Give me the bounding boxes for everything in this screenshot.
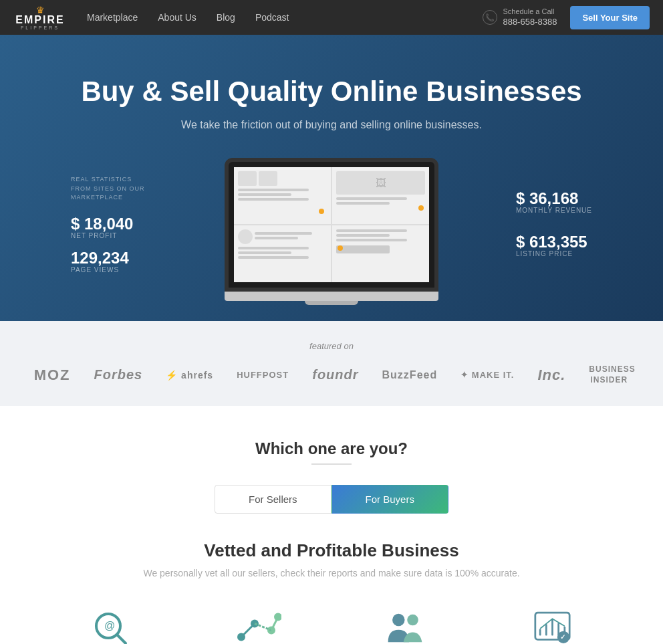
for-sellers-button[interactable]: For Sellers [215, 485, 332, 514]
stats-left: REAL STATISTICSFROM SITES ON OURMARKETPL… [71, 175, 145, 284]
logo-makeit: ✦ MAKE IT. [460, 370, 514, 380]
people-icon [385, 610, 425, 644]
graph-icon [235, 609, 281, 644]
logo-moz: MOZ [34, 366, 71, 384]
feature-real-data: 12 Months of Real Data Pay a 5% fully-re… [198, 605, 318, 644]
feature-communication: Communication We'll walk through the pro… [345, 605, 465, 644]
brand-name: EMPIRE [15, 15, 64, 25]
vetted-profit-icon-wrap: @ [88, 605, 134, 644]
logo-business-insider: BUSINESSINSIDER [589, 364, 629, 385]
stat-monthly-revenue-value: $ 36,168 [516, 191, 592, 207]
featured-label: featured on [13, 341, 650, 351]
stat-listing-price: $ 613,355 LISTING PRICE [516, 234, 592, 257]
screen-cell-4 [332, 225, 429, 282]
stat-monthly-revenue-label: MONTHLY REVENUE [516, 207, 592, 214]
hero-section: Buy & Sell Quality Online Businesses We … [0, 35, 663, 321]
screen-cell-1 [234, 167, 331, 224]
logos-row: MOZ Forbes ⚡ ahrefs HUFFPOST foundr Buzz… [13, 364, 650, 385]
stat-page-views: 129,234 PAGE VIEWS [71, 250, 145, 274]
nav-about-us[interactable]: About Us [158, 12, 196, 23]
logo-forbes: Forbes [94, 367, 143, 383]
which-divider [311, 463, 352, 465]
svg-text:@: @ [104, 620, 115, 631]
stat-net-profit: $ 18,040 NET PROFIT [71, 216, 145, 239]
logo[interactable]: ♛ EMPIRE FLIPPERS [13, 4, 67, 31]
which-title: Which one are you? [13, 439, 650, 458]
navbar: ♛ EMPIRE FLIPPERS Marketplace About Us B… [0, 0, 663, 35]
stat-net-profit-value: $ 18,040 [71, 216, 145, 232]
chart-vetted-icon: ✓ [534, 610, 571, 644]
nav-blog[interactable]: Blog [217, 12, 235, 23]
which-section: Which one are you? For Sellers For Buyer… [0, 406, 663, 644]
logo-huffpost: HUFFPOST [237, 370, 289, 380]
for-buyers-button[interactable]: For Buyers [332, 485, 448, 514]
stats-label: REAL STATISTICSFROM SITES ON OURMARKETPL… [71, 175, 145, 203]
laptop-screen-inner: 🖼 [234, 167, 429, 282]
svg-point-11 [407, 615, 418, 626]
svg-line-2 [117, 635, 126, 643]
buyers-section-title: Vetted and Profitable Business [13, 540, 650, 561]
nav-links: Marketplace About Us Blog Podcast [87, 12, 483, 23]
phone-icon: 📞 [483, 10, 497, 25]
sell-your-site-button[interactable]: Sell Your Site [570, 6, 650, 29]
logo-foundr: foundr [312, 367, 358, 383]
hero-title: Buy & Sell Quality Online Businesses [13, 75, 650, 108]
communication-icon-wrap [382, 605, 428, 644]
stat-listing-price-value: $ 613,355 [516, 234, 592, 250]
schedule-text: Schedule a Call 888-658-8388 [503, 7, 557, 27]
nav-right: 📞 Schedule a Call 888-658-8388 Sell Your… [483, 6, 650, 29]
feature-vetted-data: ✓ 100% Vetted Data Our due diligence tea… [492, 605, 612, 644]
svg-line-7 [241, 623, 255, 637]
stat-page-views-label: PAGE VIEWS [71, 266, 145, 274]
stat-page-views-value: 129,234 [71, 250, 145, 266]
svg-text:✓: ✓ [560, 634, 565, 641]
laptop-mockup: 🖼 [225, 158, 438, 301]
search-at-icon: @ [91, 609, 131, 644]
schedule-number: 888-658-8388 [503, 17, 557, 28]
nav-marketplace[interactable]: Marketplace [87, 12, 138, 23]
real-data-icon-wrap [235, 605, 281, 644]
laptop-screen: 🖼 [225, 158, 438, 292]
screen-cell-2: 🖼 [332, 167, 429, 224]
stats-right: $ 36,168 MONTHLY REVENUE $ 613,355 LISTI… [516, 191, 592, 268]
schedule-label: Schedule a Call [503, 7, 557, 16]
stat-net-profit-label: NET PROFIT [71, 232, 145, 239]
stat-listing-price-label: LISTING PRICE [516, 250, 592, 257]
nav-podcast[interactable]: Podcast [255, 12, 289, 23]
vetted-data-icon-wrap: ✓ [529, 605, 575, 644]
stat-monthly-revenue: $ 36,168 MONTHLY REVENUE [516, 191, 592, 214]
logo-ahrefs: ⚡ ahrefs [166, 370, 213, 381]
buyers-section-subtitle: We personally vet all our sellers, check… [13, 568, 650, 578]
featured-section: featured on MOZ Forbes ⚡ ahrefs HUFFPOST… [0, 321, 663, 405]
hero-subtitle: We take the friction out of buying and s… [13, 119, 650, 131]
brand-sub: FLIPPERS [21, 25, 59, 30]
screen-cell-3 [234, 225, 331, 282]
schedule-call[interactable]: 📞 Schedule a Call 888-658-8388 [483, 7, 557, 27]
svg-point-10 [392, 614, 404, 626]
crown-icon: ♛ [36, 5, 45, 15]
feature-vetted-profit: @ Vetted Profit Margin Visit our Empire … [51, 605, 171, 644]
features-grid: @ Vetted Profit Margin Visit our Empire … [13, 605, 650, 644]
logo-buzzfeed: BuzzFeed [382, 369, 438, 381]
logo-inc: Inc. [537, 366, 565, 384]
toggle-row: For Sellers For Buyers [13, 485, 650, 514]
hero-content: REAL STATISTICSFROM SITES ON OURMARKETPL… [71, 158, 592, 301]
laptop-base [225, 292, 438, 301]
